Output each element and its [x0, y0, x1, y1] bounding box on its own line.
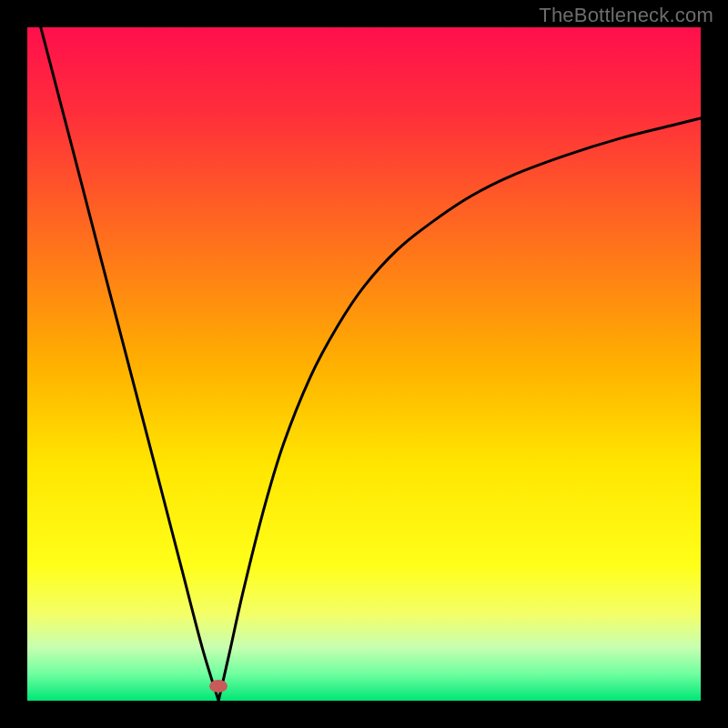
bottleneck-curve: [41, 27, 701, 701]
outer-frame: TheBottleneck.com: [0, 0, 728, 728]
watermark-text: TheBottleneck.com: [539, 4, 713, 27]
plot-area: [27, 27, 701, 701]
minimum-marker: [209, 680, 228, 693]
curve-layer: [27, 27, 701, 701]
